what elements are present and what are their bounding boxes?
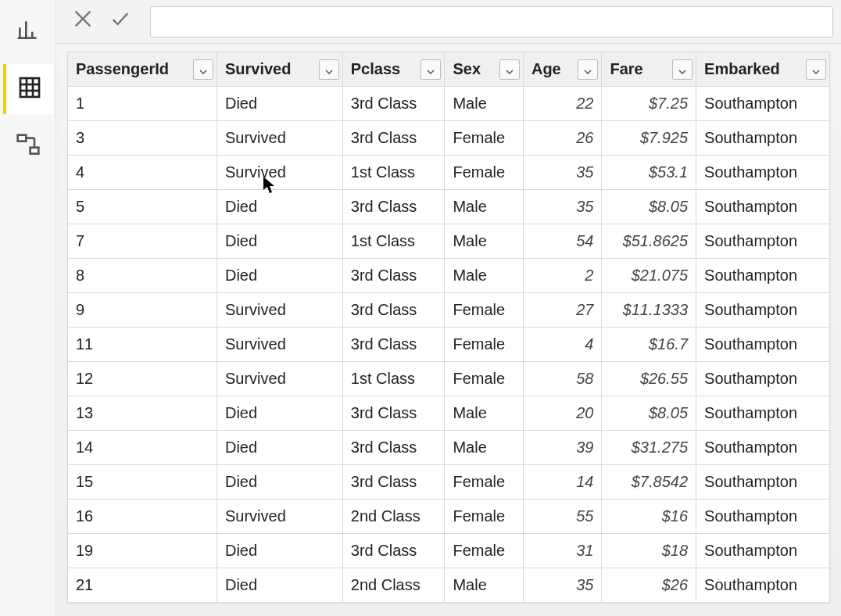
cell-fare[interactable]: $26 xyxy=(602,568,696,603)
cell-fare[interactable]: $11.1333 xyxy=(602,293,696,328)
table-row[interactable]: 14Died3rd ClassMale39$31.275Southampton xyxy=(68,431,830,465)
cell-passenger_id[interactable]: 12 xyxy=(68,362,217,396)
cell-fare[interactable]: $21.075 xyxy=(602,259,696,293)
column-header-age[interactable]: Age xyxy=(523,52,602,87)
cell-age[interactable]: 4 xyxy=(523,328,602,362)
cell-fare[interactable]: $7.8542 xyxy=(602,465,696,500)
cell-passenger_id[interactable]: 7 xyxy=(68,224,217,259)
cell-survived[interactable]: Died xyxy=(217,190,342,224)
table-row[interactable]: 3Survived3rd ClassFemale26$7.925Southamp… xyxy=(68,121,830,156)
cell-embarked[interactable]: Southampton xyxy=(696,87,830,121)
cell-age[interactable]: 39 xyxy=(523,431,602,465)
cell-pclass[interactable]: 1st Class xyxy=(342,156,445,190)
cell-survived[interactable]: Survived xyxy=(217,500,342,534)
table-row[interactable]: 13Died3rd ClassMale20$8.05Southampton xyxy=(68,396,830,431)
formula-input[interactable] xyxy=(150,6,833,38)
cell-fare[interactable]: $7.925 xyxy=(602,121,696,156)
cell-age[interactable]: 35 xyxy=(523,156,602,190)
table-row[interactable]: 8Died3rd ClassMale2$21.075Southampton xyxy=(68,259,830,293)
cell-pclass[interactable]: 3rd Class xyxy=(342,87,445,121)
cell-fare[interactable]: $18 xyxy=(602,534,696,568)
cell-embarked[interactable]: Southampton xyxy=(696,465,830,500)
cell-passenger_id[interactable]: 16 xyxy=(68,500,217,534)
cell-age[interactable]: 58 xyxy=(523,362,602,396)
table-row[interactable]: 15Died3rd ClassFemale14$7.8542Southampto… xyxy=(68,465,830,500)
table-row[interactable]: 16Survived2nd ClassFemale55$16Southampto… xyxy=(68,500,830,534)
column-filter-button[interactable] xyxy=(319,59,339,80)
column-header-passenger_id[interactable]: PassengerId xyxy=(68,52,217,87)
cell-pclass[interactable]: 3rd Class xyxy=(342,293,445,328)
cell-embarked[interactable]: Southampton xyxy=(696,190,830,224)
table-row[interactable]: 1Died3rd ClassMale22$7.25Southampton xyxy=(68,87,830,121)
cell-passenger_id[interactable]: 5 xyxy=(68,190,217,224)
cell-age[interactable]: 35 xyxy=(523,568,602,603)
cell-pclass[interactable]: 1st Class xyxy=(342,224,445,259)
cell-survived[interactable]: Survived xyxy=(217,362,342,396)
cell-age[interactable]: 2 xyxy=(523,259,602,293)
report-view-button[interactable] xyxy=(3,6,53,56)
cell-survived[interactable]: Died xyxy=(217,534,342,568)
cell-survived[interactable]: Died xyxy=(217,568,342,603)
cell-pclass[interactable]: 1st Class xyxy=(342,362,445,396)
cell-fare[interactable]: $8.05 xyxy=(602,396,696,431)
cell-pclass[interactable]: 3rd Class xyxy=(342,465,445,500)
cell-passenger_id[interactable]: 14 xyxy=(68,431,217,465)
table-row[interactable]: 4Survived1st ClassFemale35$53.1Southampt… xyxy=(68,156,830,190)
cell-embarked[interactable]: Southampton xyxy=(696,534,830,568)
cell-passenger_id[interactable]: 9 xyxy=(68,293,217,328)
cell-pclass[interactable]: 3rd Class xyxy=(342,431,445,465)
cell-pclass[interactable]: 2nd Class xyxy=(342,568,445,603)
cell-passenger_id[interactable]: 4 xyxy=(68,156,217,190)
cell-fare[interactable]: $31.275 xyxy=(602,431,696,465)
cell-pclass[interactable]: 3rd Class xyxy=(342,190,445,224)
cell-fare[interactable]: $26.55 xyxy=(602,362,696,396)
column-header-sex[interactable]: Sex xyxy=(445,52,524,87)
cell-sex[interactable]: Male xyxy=(445,190,524,224)
cell-age[interactable]: 22 xyxy=(523,87,602,121)
cell-sex[interactable]: Female xyxy=(445,465,524,500)
cell-passenger_id[interactable]: 1 xyxy=(68,87,217,121)
cell-sex[interactable]: Male xyxy=(445,259,524,293)
column-filter-button[interactable] xyxy=(672,59,692,80)
cell-survived[interactable]: Died xyxy=(217,224,342,259)
cell-passenger_id[interactable]: 3 xyxy=(68,121,217,156)
column-header-pclass[interactable]: Pclass xyxy=(342,52,445,87)
cell-age[interactable]: 27 xyxy=(523,293,602,328)
column-filter-button[interactable] xyxy=(499,59,520,80)
cell-pclass[interactable]: 3rd Class xyxy=(342,534,445,568)
cell-sex[interactable]: Female xyxy=(445,121,524,156)
table-row[interactable]: 12Survived1st ClassFemale58$26.55Southam… xyxy=(68,362,830,396)
column-filter-button[interactable] xyxy=(806,59,826,80)
column-header-survived[interactable]: Survived xyxy=(217,52,342,87)
cell-survived[interactable]: Survived xyxy=(217,293,342,328)
cell-sex[interactable]: Male xyxy=(445,224,524,259)
cell-sex[interactable]: Female xyxy=(445,500,524,534)
cell-pclass[interactable]: 3rd Class xyxy=(342,259,445,293)
cell-sex[interactable]: Female xyxy=(445,293,524,328)
cell-passenger_id[interactable]: 11 xyxy=(68,328,217,362)
cell-passenger_id[interactable]: 15 xyxy=(68,465,217,500)
column-header-embarked[interactable]: Embarked xyxy=(696,52,830,87)
cell-age[interactable]: 20 xyxy=(523,396,602,431)
cell-sex[interactable]: Male xyxy=(445,568,524,603)
cell-survived[interactable]: Survived xyxy=(217,156,342,190)
cell-survived[interactable]: Survived xyxy=(217,121,342,156)
cell-pclass[interactable]: 3rd Class xyxy=(342,121,445,156)
data-view-button[interactable] xyxy=(3,64,53,114)
column-filter-button[interactable] xyxy=(193,59,213,80)
cell-survived[interactable]: Died xyxy=(217,431,342,465)
model-view-button[interactable] xyxy=(3,122,53,172)
column-header-fare[interactable]: Fare xyxy=(602,52,696,87)
cell-embarked[interactable]: Southampton xyxy=(696,328,830,362)
cell-age[interactable]: 54 xyxy=(523,224,602,259)
table-row[interactable]: 11Survived3rd ClassFemale4$16.7Southampt… xyxy=(68,328,830,362)
cell-embarked[interactable]: Southampton xyxy=(696,121,830,156)
cell-fare[interactable]: $51.8625 xyxy=(602,224,696,259)
cell-fare[interactable]: $16.7 xyxy=(602,328,696,362)
cell-fare[interactable]: $7.25 xyxy=(602,87,696,121)
cell-survived[interactable]: Died xyxy=(217,465,342,500)
cell-sex[interactable]: Female xyxy=(445,362,524,396)
cell-age[interactable]: 26 xyxy=(523,121,602,156)
table-row[interactable]: 19Died3rd ClassFemale31$18Southampton xyxy=(68,534,830,568)
cell-fare[interactable]: $16 xyxy=(602,500,696,534)
